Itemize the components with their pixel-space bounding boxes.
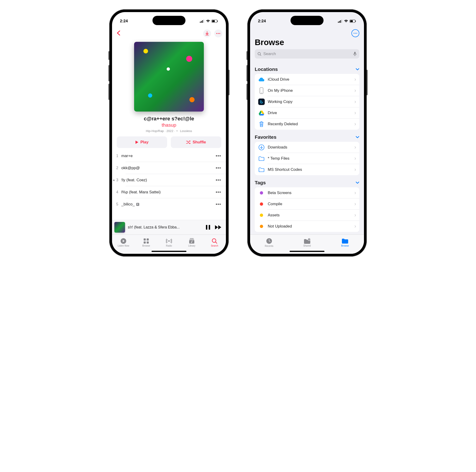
location-row[interactable]: MS Shortcut Codes›: [255, 164, 359, 175]
row-label: Not Uploaded: [268, 224, 355, 229]
gdrive-icon: [258, 109, 265, 117]
back-button[interactable]: [116, 29, 121, 38]
folder-icon: [258, 166, 265, 173]
track-number: 1: [116, 154, 121, 158]
tag-row[interactable]: Not Uploaded›: [255, 221, 359, 232]
svg-rect-14: [147, 238, 149, 240]
svg-point-8: [218, 33, 219, 34]
tag-row[interactable]: Compile›: [255, 199, 359, 210]
svg-point-7: [216, 33, 217, 34]
svg-rect-19: [189, 239, 194, 240]
more-options-button[interactable]: [351, 29, 359, 37]
status-indicators: [338, 19, 356, 23]
chevron-right-icon: ›: [355, 190, 356, 196]
svg-rect-15: [144, 241, 146, 244]
tag-row[interactable]: Assets›: [255, 210, 359, 221]
chevron-right-icon: ›: [355, 121, 356, 127]
row-label: MS Shortcut Codes: [268, 167, 355, 172]
tag-row[interactable]: Beta Screens›: [255, 187, 359, 199]
svg-rect-16: [147, 241, 149, 244]
svg-point-40: [309, 238, 309, 239]
more-options-button[interactable]: [214, 30, 222, 37]
track-row[interactable]: 4l%p (feat. Mara Sattei)•••: [116, 186, 226, 198]
dynamic-island: [153, 16, 186, 25]
trash-icon: [258, 121, 265, 128]
tab-listen-now[interactable]: Listen Now: [112, 235, 135, 250]
track-more-button[interactable]: •••: [211, 154, 226, 158]
location-row[interactable]: Downloads›: [255, 142, 359, 153]
dynamic-island: [290, 16, 323, 25]
svg-rect-0: [200, 22, 201, 23]
track-row[interactable]: 5_bilico_ E•••: [116, 198, 226, 210]
location-row[interactable]: Working Copy›: [255, 96, 359, 107]
chevron-right-icon: ›: [355, 167, 356, 173]
shuffle-button[interactable]: Shuffle: [171, 136, 221, 148]
location-row[interactable]: iCloud Drive›: [255, 74, 359, 85]
play-button[interactable]: Play: [117, 136, 167, 148]
track-more-button[interactable]: •••: [211, 166, 226, 170]
section-header-tags[interactable]: Tags: [250, 175, 364, 187]
track-title: !ly (feat. Coez): [121, 178, 211, 183]
track-row[interactable]: 2okk@pp@•••: [116, 162, 226, 174]
chevron-right-icon: ›: [355, 201, 356, 207]
folder-icon: [258, 155, 265, 162]
location-row[interactable]: On My iPhone›: [255, 85, 359, 96]
svg-point-30: [355, 33, 356, 34]
tab-search[interactable]: Search: [203, 235, 226, 250]
music-phone: 2:24 c@ra++ere s?ec!@le thasup Hip-Hop/R…: [109, 9, 229, 256]
svg-rect-22: [338, 22, 339, 23]
location-row[interactable]: * Temp Files›: [255, 153, 359, 164]
download-button[interactable]: [203, 30, 211, 37]
tab-library[interactable]: Library: [180, 235, 203, 250]
svg-rect-23: [339, 21, 340, 23]
tab-recents[interactable]: Recents: [250, 235, 288, 250]
section-header-locations[interactable]: Locations: [250, 62, 364, 74]
row-label: Drive: [268, 111, 355, 115]
svg-rect-13: [144, 238, 146, 240]
now-playing-bar[interactable]: s!r! (feat. Lazza & Sfera Ebba...: [112, 220, 226, 235]
svg-rect-10: [206, 225, 207, 230]
svg-rect-3: [203, 19, 204, 23]
svg-rect-28: [355, 21, 356, 22]
workingcopy-icon: [258, 98, 265, 105]
svg-rect-11: [209, 225, 210, 230]
pause-icon[interactable]: [205, 224, 211, 230]
page-title: Browse: [250, 38, 364, 49]
section-header-favorites[interactable]: Favorites: [250, 130, 364, 142]
svg-point-9: [220, 33, 220, 34]
track-row[interactable]: 1mar+e•••: [116, 150, 226, 162]
track-more-button[interactable]: •••: [211, 178, 226, 183]
tab-shared[interactable]: Shared: [288, 235, 326, 250]
artist-name[interactable]: thasup: [112, 122, 226, 128]
mic-icon[interactable]: [353, 51, 357, 56]
search-placeholder: Search: [263, 51, 276, 56]
track-title: mar+e: [121, 154, 211, 158]
svg-rect-25: [341, 19, 342, 23]
chevron-right-icon: ›: [355, 223, 356, 229]
svg-rect-6: [217, 21, 218, 22]
row-label: Compile: [268, 202, 355, 206]
tab-browse[interactable]: Browse: [135, 235, 158, 250]
files-phone: 2:24 Browse Search Locations iCloud Driv…: [247, 9, 367, 256]
tag-color-icon: [260, 191, 263, 195]
row-label: Beta Screens: [268, 191, 355, 195]
album-meta: Hip-Hop/Rap · 2022 · ᯤ Lossless: [112, 129, 226, 133]
track-title: l%p (feat. Mara Sattei): [121, 190, 211, 195]
forward-icon[interactable]: [215, 225, 222, 230]
tab-browse[interactable]: Browse: [326, 235, 364, 250]
row-label: Recently Deleted: [268, 122, 355, 126]
track-row[interactable]: ★3!ly (feat. Coez)•••: [116, 174, 226, 186]
svg-point-29: [354, 33, 355, 34]
chevron-right-icon: ›: [355, 212, 356, 218]
row-label: * Temp Files: [268, 156, 355, 161]
chevron-right-icon: ›: [355, 144, 356, 150]
location-row[interactable]: Recently Deleted›: [255, 118, 359, 130]
track-more-button[interactable]: •••: [211, 202, 226, 207]
tab-radio[interactable]: Radio: [158, 235, 180, 250]
search-field[interactable]: Search: [255, 49, 359, 59]
chevron-right-icon: ›: [355, 76, 356, 83]
tag-color-icon: [260, 225, 263, 228]
album-artwork[interactable]: [134, 42, 204, 112]
location-row[interactable]: Drive›: [255, 107, 359, 118]
track-more-button[interactable]: •••: [211, 190, 226, 195]
